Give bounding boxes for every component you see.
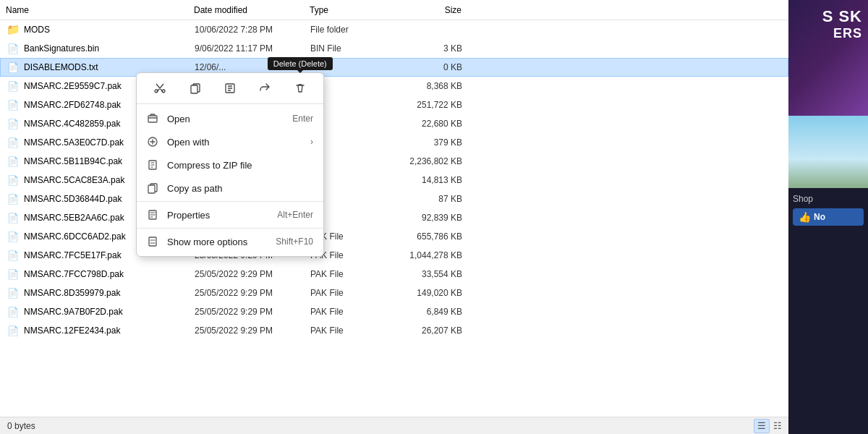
- context-menu-toolbar: Delete (Delete): [137, 73, 323, 104]
- file-size: 22,680 KB: [404, 119, 477, 129]
- file-size: 0 KB: [404, 62, 477, 72]
- show-more-shortcut: Shift+F10: [276, 237, 313, 247]
- rename-button[interactable]: [218, 77, 242, 99]
- file-name: MODS: [24, 25, 195, 35]
- file-row[interactable]: 📄 NMSARC.5CAC8E3A.pak 14,813 KB: [0, 171, 788, 190]
- file-size: 87 KB: [404, 194, 477, 204]
- file-icon: 📄: [7, 136, 20, 149]
- file-name: NMSARC.12FE2434.pak: [24, 326, 195, 336]
- svg-rect-3: [148, 116, 157, 122]
- context-menu-open[interactable]: Open Enter: [137, 107, 323, 130]
- file-name: NMSARC.9A7B0F2D.pak: [24, 307, 195, 317]
- context-menu-items: Open Enter Open with › Compress to ZIP f…: [137, 104, 323, 256]
- compress-zip-label: Compress to ZIP file: [167, 160, 313, 171]
- cut-button[interactable]: [148, 77, 172, 99]
- header-size[interactable]: Size: [404, 5, 476, 15]
- file-size: 655,786 KB: [404, 231, 477, 242]
- show-more-icon: [145, 234, 160, 249]
- copy-button[interactable]: [183, 77, 208, 99]
- file-row[interactable]: 📄 NMSARC.7FC5E17F.pak 25/05/2022 9:29 PM…: [0, 246, 788, 265]
- file-date: 25/05/2022 9:29 PM: [195, 326, 310, 336]
- file-name: NMSARC.8D359979.pak: [24, 288, 195, 298]
- context-menu-divider-2: [137, 228, 323, 229]
- properties-label: Properties: [167, 210, 271, 221]
- file-icon: 📄: [7, 286, 20, 299]
- context-menu-compress-zip[interactable]: Compress to ZIP file: [137, 153, 323, 176]
- file-icon: 📄: [7, 230, 20, 243]
- open-with-label: Open with: [167, 137, 310, 148]
- file-date: 25/05/2022 9:29 PM: [195, 307, 310, 317]
- context-menu-copy-path[interactable]: Copy as path: [137, 176, 323, 200]
- header-name[interactable]: Name: [6, 5, 194, 15]
- no-button[interactable]: 👍 No: [793, 208, 864, 226]
- file-name: BankSignatures.bin: [24, 43, 195, 54]
- file-size: 14,813 KB: [404, 175, 477, 185]
- svg-rect-7: [148, 185, 155, 193]
- file-size: 26,207 KB: [404, 326, 477, 336]
- file-row[interactable]: 📄 NMSARC.5EB2AA6C.pak 92,839 KB: [0, 208, 788, 227]
- file-row[interactable]: 📄 NMSARC.7FCC798D.pak 25/05/2022 9:29 PM…: [0, 265, 788, 284]
- file-row[interactable]: 📄 NMSARC.6DCC6AD2.pak 25/05/2022 9:29 PM…: [0, 227, 788, 246]
- open-label: Open: [167, 114, 286, 124]
- copy-path-label: Copy as path: [167, 183, 313, 194]
- file-row[interactable]: 📄 NMSARC.9A7B0F2D.pak 25/05/2022 9:29 PM…: [0, 302, 788, 321]
- file-size: 3 KB: [404, 43, 477, 54]
- open-shortcut: Enter: [292, 114, 313, 124]
- file-row[interactable]: 📄 NMSARC.2FD62748.pak 251,722 KB: [0, 95, 788, 114]
- file-row[interactable]: 📄 NMSARC.2E9559C7.pak 8,368 KB: [0, 77, 788, 95]
- file-size: 251,722 KB: [404, 100, 477, 110]
- share-button[interactable]: [252, 77, 277, 99]
- file-type: PAK File: [310, 231, 404, 242]
- properties-shortcut: Alt+Enter: [277, 210, 313, 220]
- header-type[interactable]: Type: [310, 5, 404, 15]
- panel-title-line1: S SK: [822, 7, 862, 26]
- status-bar: 0 bytes: [0, 417, 788, 434]
- file-row[interactable]: 📄 DISABLEMODS.txt 12/06/... ment 0 KB: [0, 58, 788, 77]
- file-row[interactable]: 📄 NMSARC.4C482859.pak 22,680 KB: [0, 114, 788, 133]
- context-menu-show-more[interactable]: Show more options Shift+F10: [137, 230, 323, 253]
- file-date: 25/05/2022 9:29 PM: [195, 288, 310, 298]
- file-row[interactable]: 📄 NMSARC.5B11B94C.pak 2,236,802 KB: [0, 152, 788, 171]
- file-type: PAK File: [310, 307, 404, 317]
- header-date-modified[interactable]: Date modified: [194, 5, 310, 15]
- game-thumbnail: S SK ERS: [788, 0, 868, 116]
- file-row[interactable]: 📄 NMSARC.5A3E0C7D.pak 379 KB: [0, 133, 788, 152]
- properties-icon: [145, 208, 160, 222]
- file-size: 8,368 KB: [404, 81, 477, 91]
- file-icon: 📁: [7, 23, 20, 36]
- file-icon: 📄: [7, 98, 20, 111]
- list-view-button[interactable]: ☰: [754, 419, 770, 433]
- svg-rect-9: [149, 237, 156, 246]
- compress-icon: [145, 158, 160, 172]
- shop-label: Shop: [793, 194, 864, 204]
- file-size: 2,236,802 KB: [404, 156, 477, 166]
- file-row[interactable]: 📄 NMSARC.8D359979.pak 25/05/2022 9:29 PM…: [0, 284, 788, 302]
- file-icon: 📄: [7, 155, 20, 168]
- open-with-icon: [145, 135, 160, 149]
- context-menu: Delete (Delete) Open Enter Open with ›: [136, 72, 324, 257]
- delete-button[interactable]: Delete (Delete): [288, 77, 312, 99]
- file-date: 10/06/2022 7:28 PM: [195, 25, 310, 35]
- file-icon: 📄: [7, 80, 20, 93]
- open-with-arrow: ›: [310, 137, 313, 147]
- status-text: 0 bytes: [7, 421, 35, 431]
- file-icon: 📄: [7, 174, 20, 187]
- file-explorer: Name Date modified Type Size 📁 MODS 10/0…: [0, 0, 788, 434]
- panel-title-line2: ERS: [833, 26, 862, 41]
- file-date: 9/06/2022 11:17 PM: [195, 43, 310, 54]
- context-menu-properties[interactable]: Properties Alt+Enter: [137, 203, 323, 226]
- file-row[interactable]: 📄 NMSARC.5D36844D.pak 87 KB: [0, 190, 788, 208]
- file-icon: 📄: [7, 117, 20, 130]
- file-list: 📁 MODS 10/06/2022 7:28 PM File folder 📄 …: [0, 20, 788, 340]
- context-menu-divider-1: [137, 201, 323, 202]
- file-size: 379 KB: [404, 137, 477, 148]
- open-icon: [145, 111, 160, 126]
- detail-view-button[interactable]: ☷: [770, 419, 786, 433]
- file-icon: 📄: [7, 268, 20, 281]
- file-row[interactable]: 📄 BankSignatures.bin 9/06/2022 11:17 PM …: [0, 39, 788, 58]
- context-menu-open-with[interactable]: Open with ›: [137, 130, 323, 153]
- file-row[interactable]: 📄 NMSARC.12FE2434.pak 25/05/2022 9:29 PM…: [0, 321, 788, 340]
- file-size: 1,044,278 KB: [404, 250, 477, 260]
- file-type: PAK File: [310, 250, 404, 260]
- file-row[interactable]: 📁 MODS 10/06/2022 7:28 PM File folder: [0, 20, 788, 39]
